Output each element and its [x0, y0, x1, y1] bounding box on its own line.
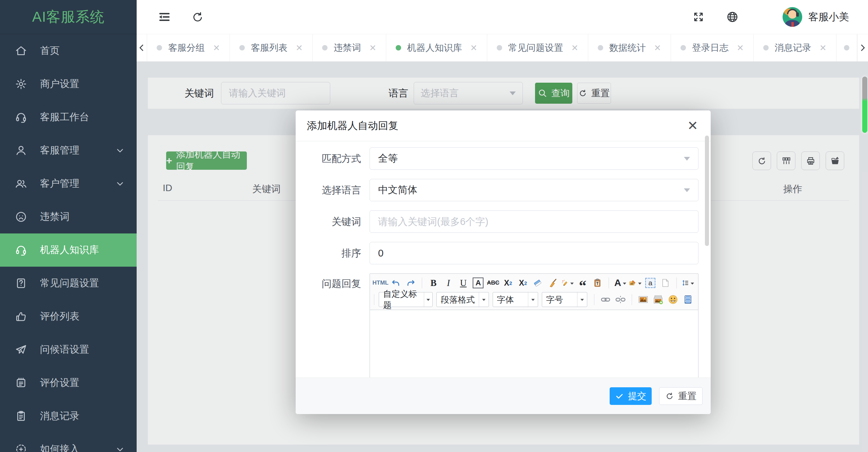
redo-button[interactable] [404, 276, 417, 290]
html-source-button[interactable]: HTML [373, 276, 388, 290]
close-tab-icon[interactable]: ✕ [737, 44, 744, 52]
tabs-scroll-left-icon[interactable] [137, 34, 147, 61]
strikethrough-button[interactable]: ABC [486, 276, 500, 290]
toolbar-separator [676, 278, 677, 288]
avatar[interactable] [783, 7, 802, 27]
insert-image-icon[interactable] [636, 293, 650, 306]
close-dialog-icon[interactable]: ✕ [685, 118, 701, 133]
new-page-button[interactable] [658, 276, 672, 290]
superscript-button[interactable]: X2 [501, 276, 515, 290]
tab-item-data-statistics[interactable]: 数据统计 ✕ [588, 34, 671, 61]
tab-item-faq-settings[interactable]: 常见问题设置 ✕ [487, 34, 588, 61]
sidebar-item-faq-settings[interactable]: 常见问题设置 [0, 267, 137, 300]
close-tab-icon[interactable]: ✕ [571, 44, 578, 52]
toolbar-separator [609, 278, 609, 288]
sort-input[interactable] [370, 242, 698, 264]
subscript-button[interactable]: X2 [516, 276, 530, 290]
font-color-button[interactable]: A [613, 276, 627, 290]
italic-button[interactable]: I [441, 276, 455, 290]
select-caret-icon [479, 292, 489, 307]
sidebar-item-customer-management[interactable]: 客户管理 [0, 167, 137, 200]
custom-title-value: 自定义标题 [383, 288, 420, 311]
sidebar-item-label: 客服管理 [40, 144, 79, 157]
close-tab-icon[interactable]: ✕ [820, 44, 827, 52]
fullscreen-icon[interactable] [692, 10, 705, 24]
eraser-button[interactable] [531, 276, 545, 290]
close-tab-icon[interactable]: ✕ [654, 44, 661, 52]
sidebar-item-review-settings[interactable]: 评价设置 [0, 366, 137, 399]
match-mode-value: 全等 [378, 152, 398, 165]
connect-icon [14, 443, 28, 452]
dialog-reset-button[interactable]: 重置 [659, 387, 703, 405]
page-scrollbar[interactable] [862, 77, 867, 133]
blockquote-button[interactable]: “ [576, 273, 589, 293]
font-border-button[interactable]: A [473, 278, 484, 288]
close-tab-icon[interactable]: ✕ [470, 44, 477, 52]
editor-toolbar-row-2: 自定义标题 段落格式 字体 字号 [373, 291, 695, 308]
tab-item-agent-list[interactable]: 客服列表 ✕ [230, 34, 313, 61]
sidebar-item-agent-workbench[interactable]: 客服工作台 [0, 101, 137, 134]
sidebar-item-review-list[interactable]: 评价列表 [0, 300, 137, 333]
emoji-icon[interactable] [666, 293, 680, 306]
dialog-scrollbar[interactable] [705, 136, 709, 246]
tab-status-dot [239, 45, 245, 50]
sidebar-item-message-log[interactable]: 消息记录 [0, 399, 137, 433]
bold-button[interactable]: B [427, 276, 440, 290]
submit-button[interactable]: 提交 [610, 387, 652, 405]
remove-link-icon[interactable] [614, 293, 627, 306]
line-height-button[interactable] [681, 276, 695, 290]
insert-multi-image-icon[interactable] [651, 293, 665, 306]
sidebar-item-how-to-connect[interactable]: 如何接入 [0, 433, 137, 452]
language-globe-icon[interactable] [726, 10, 739, 24]
font-size-select[interactable]: 字号 [542, 292, 587, 307]
sidebar-item-greeting-settings[interactable]: 问候语设置 [0, 333, 137, 366]
reply-label: 问题回复 [296, 273, 361, 294]
sidebar-item-home[interactable]: 首页 [0, 34, 137, 67]
form-row-keyword: 关键词 [296, 210, 711, 233]
language-select[interactable]: 中文简体 [370, 179, 698, 201]
dialog-footer: 提交 重置 [296, 377, 711, 414]
tab-status-dot [322, 45, 328, 50]
tab-label: 客服列表 [251, 42, 288, 54]
sidebar-item-robot-knowledge-base[interactable]: 机器人知识库 [0, 233, 137, 267]
tab-item-overflow[interactable] [836, 34, 857, 61]
refresh-page-icon[interactable] [191, 10, 204, 24]
paragraph-format-select[interactable]: 段落格式 [436, 292, 489, 307]
tab-item-banned-words[interactable]: 违禁词 ✕ [313, 34, 386, 61]
sidebar-item-banned-words[interactable]: 违禁词 [0, 200, 137, 233]
form-row-match: 匹配方式 全等 [296, 147, 711, 170]
avatar-headset-ear [796, 13, 799, 17]
highlight-color-button[interactable]: ab [628, 276, 642, 290]
tab-item-agent-groups[interactable]: 客服分组 ✕ [147, 34, 230, 61]
undo-button[interactable] [389, 276, 402, 290]
sidebar-item-label: 客服工作台 [40, 110, 89, 124]
paste-text-button[interactable] [591, 276, 604, 290]
tab-item-login-log[interactable]: 登录日志 ✕ [671, 34, 754, 61]
collapse-sidebar-icon[interactable] [158, 10, 171, 24]
close-tab-icon[interactable]: ✕ [369, 44, 376, 52]
underline-button[interactable]: U [456, 276, 470, 290]
format-brush-button[interactable] [546, 276, 559, 290]
tab-item-message-log[interactable]: 消息记录 ✕ [754, 34, 836, 61]
insert-video-icon[interactable] [681, 293, 695, 306]
sidebar-item-agent-management[interactable]: 客服管理 [0, 134, 137, 167]
inline-code-button[interactable]: a [645, 278, 655, 288]
autotypeset-button[interactable] [561, 276, 574, 290]
close-tab-icon[interactable]: ✕ [213, 44, 220, 52]
sidebar-item-label: 常见问题设置 [40, 276, 99, 290]
tabs-scroll-right-icon[interactable] [857, 34, 868, 61]
tab-label: 常见问题设置 [508, 42, 563, 54]
keyword-input[interactable] [370, 210, 698, 233]
sidebar-item-merchant-settings[interactable]: 商户设置 [0, 67, 137, 101]
font-family-select[interactable]: 字体 [493, 292, 538, 307]
custom-title-select[interactable]: 自定义标题 [379, 292, 433, 307]
close-tab-icon[interactable]: ✕ [296, 44, 303, 52]
match-mode-select[interactable]: 全等 [370, 147, 698, 170]
editor-content[interactable] [370, 310, 698, 378]
rich-text-editor: HTML B I U A ABC X2 X2 “ [370, 273, 698, 378]
tab-item-robot-knowledge-base[interactable]: 机器人知识库 ✕ [386, 34, 487, 61]
current-user-name[interactable]: 客服小美 [808, 10, 849, 24]
chevron-down-icon [115, 145, 125, 156]
keyword-label: 关键词 [296, 210, 361, 233]
insert-link-icon[interactable] [599, 293, 612, 306]
